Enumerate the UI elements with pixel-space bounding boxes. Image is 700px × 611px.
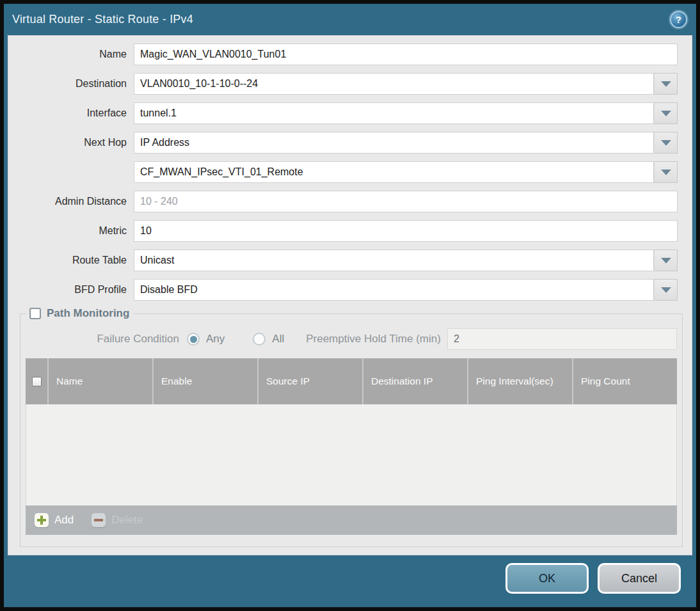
next-hop-label: Next Hop [8, 137, 134, 148]
failure-condition-row: Failure Condition Any All Preemptive Hol… [26, 328, 677, 351]
name-field[interactable] [134, 44, 678, 65]
route-table-label: Route Table [8, 255, 134, 266]
admin-distance-field[interactable] [134, 191, 678, 212]
metric-row: Metric [8, 220, 692, 242]
chevron-down-icon [661, 258, 671, 264]
interface-row: Interface [8, 102, 692, 124]
plus-icon [35, 513, 49, 527]
admin-distance-label: Admin Distance [8, 196, 134, 207]
dialog-title: Virtual Router - Static Route - IPv4 [12, 13, 670, 26]
dialog-body: Name Destination Interface [8, 35, 692, 555]
metric-field[interactable] [134, 220, 678, 242]
interface-field[interactable] [134, 102, 654, 124]
bfd-profile-label: BFD Profile [8, 284, 134, 296]
preemptive-hold-time-label: Preemptive Hold Time (min) [306, 333, 447, 345]
chevron-down-icon [661, 287, 671, 293]
failure-condition-label: Failure Condition [26, 333, 187, 345]
chevron-down-icon [661, 140, 671, 146]
next-hop-type-dropdown-button[interactable] [654, 132, 678, 154]
route-table-row: Route Table [8, 250, 692, 271]
admin-distance-row: Admin Distance [8, 191, 692, 212]
cancel-button[interactable]: Cancel [598, 563, 681, 594]
column-header-source-ip[interactable]: Source IP [257, 358, 362, 404]
column-header-destination-ip[interactable]: Destination IP [362, 358, 467, 404]
preemptive-hold-time-field[interactable] [447, 328, 677, 350]
delete-button[interactable]: Delete [91, 513, 143, 527]
path-monitoring-checkbox[interactable] [29, 308, 41, 319]
bfd-profile-row: BFD Profile [8, 279, 692, 301]
next-hop-value-dropdown-button[interactable] [654, 161, 678, 183]
interface-label: Interface [8, 107, 134, 119]
name-row: Name [8, 44, 692, 65]
interface-dropdown-button[interactable] [654, 102, 678, 124]
column-header-name[interactable]: Name [47, 358, 152, 404]
table-toolbar: Add Delete [26, 505, 677, 535]
path-monitoring-title: Path Monitoring [47, 307, 129, 320]
path-monitoring-table: Name Enable Source IP Destination IP Pin… [26, 358, 677, 535]
path-monitoring-legend: Path Monitoring [26, 307, 134, 320]
chevron-down-icon [661, 81, 671, 87]
table-body-empty [26, 404, 677, 505]
dialog-titlebar: Virtual Router - Static Route - IPv4 ? [4, 4, 696, 35]
bfd-profile-select[interactable] [134, 279, 654, 301]
chevron-down-icon [661, 170, 671, 175]
failure-condition-any-radio[interactable] [187, 333, 200, 345]
next-hop-type-select[interactable] [134, 132, 654, 154]
add-button[interactable]: Add [35, 513, 74, 527]
name-label: Name [8, 49, 134, 60]
bfd-profile-dropdown-button[interactable] [654, 279, 678, 301]
minus-icon [91, 513, 106, 527]
help-icon[interactable]: ? [670, 11, 687, 28]
destination-row: Destination [8, 73, 692, 95]
destination-label: Destination [8, 78, 134, 90]
path-monitoring-section: Path Monitoring Failure Condition Any Al… [20, 307, 683, 547]
next-hop-value-row [8, 161, 692, 183]
failure-condition-any-label: Any [206, 333, 225, 345]
table-header-row: Name Enable Source IP Destination IP Pin… [26, 358, 677, 404]
failure-condition-all-label: All [272, 333, 284, 345]
destination-dropdown-button[interactable] [654, 73, 678, 95]
next-hop-value-select[interactable] [134, 161, 654, 183]
dialog-window: Virtual Router - Static Route - IPv4 ? N… [4, 4, 696, 607]
select-all-checkbox[interactable] [32, 377, 42, 386]
dialog-footer: OK Cancel [4, 555, 696, 607]
route-table-dropdown-button[interactable] [654, 250, 678, 271]
ok-button[interactable]: OK [505, 563, 589, 594]
table-header-select-all [26, 358, 47, 404]
failure-condition-all-radio[interactable] [253, 333, 266, 345]
chevron-down-icon [661, 111, 671, 116]
metric-label: Metric [8, 225, 134, 237]
column-header-enable[interactable]: Enable [152, 358, 257, 404]
column-header-ping-count[interactable]: Ping Count [572, 358, 677, 404]
next-hop-row: Next Hop [8, 132, 692, 154]
destination-field[interactable] [134, 73, 654, 95]
route-table-select[interactable] [134, 250, 654, 271]
column-header-ping-interval[interactable]: Ping Interval(sec) [467, 358, 572, 404]
